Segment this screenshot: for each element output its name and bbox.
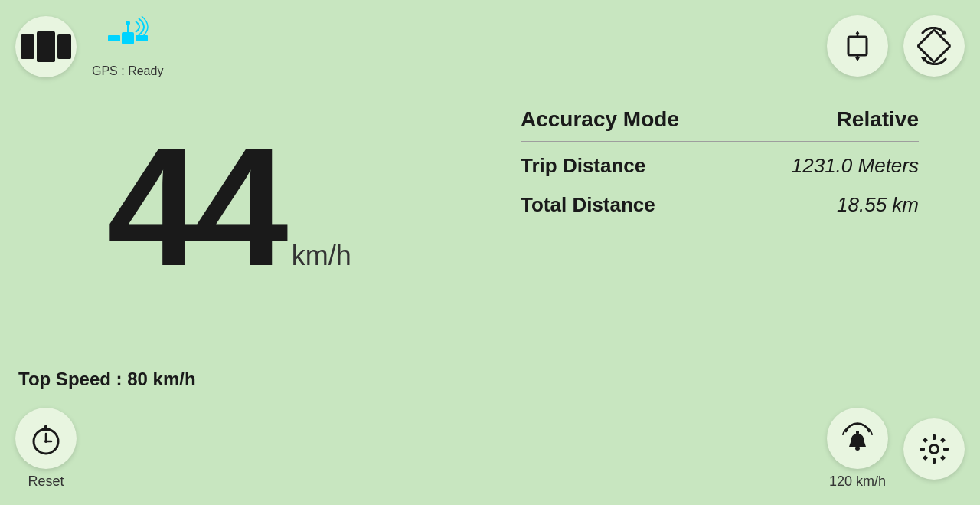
transform-icon [841, 29, 874, 63]
svg-marker-7 [855, 31, 860, 34]
transform-button[interactable] [827, 15, 888, 77]
gps-status-label: GPS : Ready [92, 64, 163, 78]
svg-rect-29 [923, 454, 928, 460]
total-distance-row: Total Distance 18.55 km [521, 193, 919, 217]
speed-value: 44 [107, 123, 283, 291]
rotate-icon [915, 27, 953, 65]
svg-rect-20 [856, 431, 859, 434]
svg-rect-26 [943, 448, 949, 451]
svg-rect-0 [122, 32, 134, 44]
svg-rect-2 [136, 35, 148, 41]
gps-satellite-icon [105, 15, 151, 61]
svg-rect-27 [923, 437, 928, 442]
svg-rect-24 [933, 458, 936, 464]
settings-button[interactable] [903, 418, 965, 480]
total-distance-label: Total Distance [521, 193, 655, 217]
alert-group[interactable]: 120 km/h [827, 408, 888, 490]
svg-point-19 [855, 446, 860, 451]
reset-area[interactable]: Reset [15, 408, 77, 490]
top-speed-display: Top Speed : 80 km/h [18, 369, 196, 390]
reset-button[interactable] [15, 408, 77, 469]
svg-point-22 [931, 446, 937, 452]
trip-distance-value: 1231.0 Meters [792, 154, 919, 178]
svg-rect-23 [933, 434, 936, 440]
trip-distance-row: Trip Distance 1231.0 Meters [521, 154, 919, 178]
svg-point-4 [126, 21, 130, 25]
bottom-right-controls: 120 km/h [827, 408, 965, 490]
svg-rect-30 [940, 454, 946, 460]
reset-label: Reset [28, 474, 64, 490]
svg-rect-25 [920, 448, 925, 451]
rotate-button[interactable] [903, 15, 965, 77]
gps-status-area: GPS : Ready [92, 15, 163, 78]
alert-button[interactable] [827, 408, 888, 469]
speed-unit: km/h [292, 240, 351, 272]
accuracy-mode-row: Accuracy Mode Relative [521, 107, 919, 142]
accuracy-mode-value: Relative [837, 107, 919, 132]
speed-display: 44 km/h [107, 123, 351, 291]
svg-rect-28 [940, 437, 946, 442]
svg-rect-15 [44, 425, 47, 429]
accuracy-mode-label: Accuracy Mode [521, 107, 679, 132]
total-distance-value: 18.55 km [837, 193, 919, 217]
svg-marker-9 [855, 57, 860, 61]
alert-speed-label: 120 km/h [829, 474, 886, 490]
timer-icon [29, 421, 63, 455]
settings-gear-icon [916, 431, 952, 467]
svg-rect-1 [108, 35, 120, 41]
alert-bell-icon [840, 421, 875, 456]
svg-rect-5 [848, 37, 867, 55]
carousel-button[interactable] [15, 16, 77, 77]
carousel-icon [21, 31, 71, 62]
svg-point-18 [44, 440, 47, 443]
trip-distance-label: Trip Distance [521, 154, 645, 178]
info-panel: Accuracy Mode Relative Trip Distance 123… [521, 107, 919, 232]
